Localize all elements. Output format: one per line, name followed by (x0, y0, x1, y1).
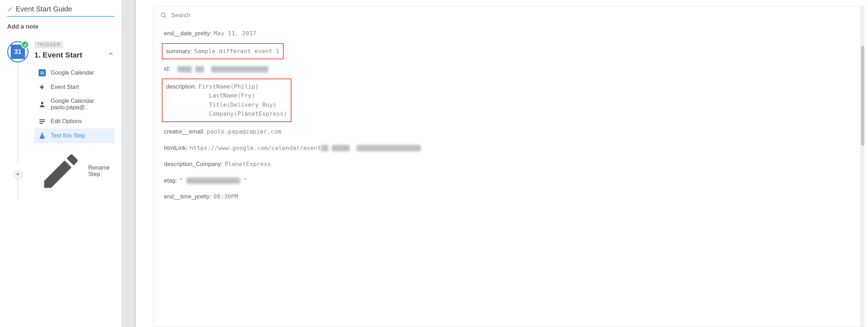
svg-rect-2 (40, 121, 45, 122)
field-row-highlighted[interactable]: summarySample different event 1 (162, 43, 284, 60)
fields-list: end__date_prettyMay 11, 2017 summarySamp… (154, 24, 860, 327)
substep-app[interactable]: 31 Google Calendar (34, 66, 114, 80)
field-key: description_Company (164, 161, 223, 167)
divider-pane (121, 0, 136, 327)
rename-label: Rename Step (88, 165, 110, 177)
substep-account[interactable]: Google Calendar paolo.papa@.. (34, 94, 114, 114)
svg-point-4 (161, 13, 165, 17)
list-icon (39, 118, 46, 125)
field-row[interactable]: creator__emailpaolo.papa@zapier.com (162, 124, 853, 140)
scrollbar[interactable] (861, 6, 864, 327)
field-key: end__date_pretty (164, 30, 211, 36)
substep-label: Edit Options (51, 118, 82, 125)
field-row[interactable]: description_CompanyPlanetExpress (162, 156, 853, 172)
trigger-tag: TRIGGER (34, 41, 63, 48)
field-key: htmlLink (164, 145, 188, 151)
check-icon (21, 41, 29, 49)
field-row[interactable]: end__time_pretty08:30PM (162, 188, 853, 205)
step-title: 1. Event Start (34, 51, 82, 59)
timeline: 31 + (7, 41, 29, 199)
field-row[interactable]: end__date_prettyMay 11, 2017 (162, 25, 853, 42)
scrollbar-thumb[interactable] (861, 46, 864, 146)
app-root: Add a note 31 + TRIGGER 1. Event Start (0, 0, 868, 327)
svg-point-0 (41, 102, 44, 104)
field-row[interactable]: htmlLinkhttps://www.google.com/calendar/… (162, 140, 853, 156)
svg-rect-3 (40, 123, 43, 124)
pencil-icon (39, 149, 83, 193)
field-value: Title(Delivery Boy) (166, 100, 287, 110)
field-value: PlanetExpress (223, 161, 271, 167)
add-step-button[interactable]: + (13, 170, 23, 179)
calendar-icon: 31 (39, 69, 46, 76)
zap-title-input[interactable] (16, 5, 114, 13)
field-key: id (164, 65, 170, 72)
field-value: LastName(Fry) (166, 91, 287, 100)
substep-test-step[interactable]: Test this Step (34, 129, 114, 143)
timeline-line (18, 179, 18, 199)
substep-label: Test this Step (51, 132, 85, 139)
substep-trigger[interactable]: Event Start (34, 80, 114, 94)
field-key: end__time_pretty (164, 193, 211, 200)
bolt-icon (39, 84, 46, 91)
svg-line-5 (164, 16, 166, 18)
field-value: paolo.papa@zapier.com (205, 128, 281, 135)
field-key: creator__email (164, 128, 205, 135)
field-value: Sample different event 1 (192, 48, 279, 55)
step-app-icon-circle[interactable]: 31 (7, 41, 29, 62)
chevron-up-icon (107, 50, 114, 59)
timeline-line (18, 62, 18, 163)
search-placeholder: Search (171, 12, 190, 19)
field-value: 08:30PM (211, 193, 238, 200)
step-header[interactable]: 1. Event Start (34, 50, 114, 59)
add-note-link[interactable]: Add a note (7, 23, 114, 30)
rename-step[interactable]: Rename Step (34, 143, 114, 199)
substep-edit-options[interactable]: Edit Options (34, 114, 114, 129)
svg-rect-1 (40, 119, 45, 120)
right-pane: Search end__date_prettyMay 11, 2017 summ… (136, 0, 868, 327)
search-icon (160, 12, 167, 19)
substeps: 31 Google Calendar Event Start Google Ca… (34, 66, 114, 143)
data-box: Search end__date_prettyMay 11, 2017 summ… (154, 6, 861, 327)
field-row[interactable]: etag" " (162, 172, 853, 189)
field-row[interactable]: id (162, 61, 853, 77)
pencil-icon (7, 6, 13, 12)
field-key: summary (166, 48, 192, 54)
field-value: FirstName(Philip) (196, 83, 259, 90)
step-wrap: 31 + TRIGGER 1. Event Start (7, 41, 114, 199)
field-key: etag (164, 177, 177, 183)
field-value: May 11, 2017 (211, 30, 256, 37)
field-value: Company(PlanetExpress) (166, 109, 287, 119)
field-key: description (166, 83, 196, 90)
step-body: TRIGGER 1. Event Start 31 Google Calenda… (34, 41, 114, 199)
field-value: https://www.google.com/calendar/event (188, 145, 421, 151)
flask-icon (39, 132, 46, 139)
field-value-redacted: " " (177, 177, 247, 184)
field-value-redacted (172, 65, 268, 72)
left-pane: Add a note 31 + TRIGGER 1. Event Start (0, 0, 121, 327)
substep-label: Google Calendar paolo.papa@.. (51, 98, 110, 111)
search-bar[interactable]: Search (154, 7, 860, 24)
user-icon (39, 101, 46, 108)
field-row-highlighted[interactable]: descriptionFirstName(Philip) LastName(Fr… (162, 79, 291, 122)
title-row (7, 5, 114, 17)
substep-label: Google Calendar (51, 70, 94, 76)
substep-label: Event Start (51, 84, 79, 90)
